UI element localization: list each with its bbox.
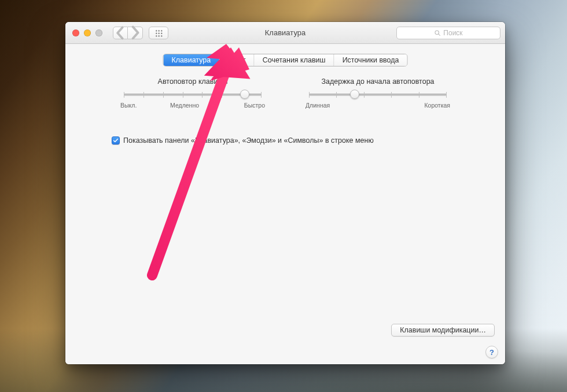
forward-button[interactable]: [128, 27, 143, 39]
search-icon: [434, 29, 441, 36]
modifier-keys-button[interactable]: Клавиши модификации…: [391, 324, 495, 336]
chevron-left-icon: [113, 26, 127, 40]
chevron-right-icon: [128, 25, 142, 40]
delay-knob[interactable]: [350, 90, 359, 99]
key-repeat-group: Автоповтор клавиши Выкл. Медленно Быстро: [120, 77, 265, 109]
delay-max: Короткая: [424, 102, 450, 109]
key-repeat-endlabels: Выкл. Медленно Быстро: [120, 102, 265, 109]
slider-ticks: [309, 92, 447, 98]
key-repeat-mid: Медленно: [170, 102, 199, 109]
delay-min: Длинная: [305, 102, 330, 109]
delay-endlabels: Длинная Короткая: [305, 102, 450, 109]
show-panels-checkbox[interactable]: [112, 136, 120, 145]
tab-keyboard[interactable]: Клавиатура: [163, 54, 219, 66]
window-titlebar: Клавиатура Поиск: [65, 22, 505, 44]
key-repeat-knob[interactable]: [240, 90, 249, 99]
tab-shortcuts[interactable]: Сочетания клавиш: [255, 54, 334, 66]
grid-icon: [154, 29, 163, 37]
tab-input-sources[interactable]: Источники ввода: [334, 54, 407, 66]
minimize-button[interactable]: [84, 29, 91, 36]
checkmark-icon: [113, 138, 119, 143]
sliders-row: Автоповтор клавиши Выкл. Медленно Быстро…: [65, 77, 505, 109]
key-repeat-slider[interactable]: [124, 94, 262, 96]
delay-slider[interactable]: [309, 94, 447, 96]
search-placeholder: Поиск: [443, 29, 462, 37]
key-repeat-min: Выкл.: [120, 102, 137, 109]
delay-label: Задержка до начала автоповтора: [305, 77, 450, 86]
help-icon: ?: [489, 348, 494, 357]
tab-bar: Клавиатура Текст Сочетания клавиш Источн…: [163, 54, 407, 66]
close-button[interactable]: [72, 29, 79, 36]
window-content: Клавиатура Текст Сочетания клавиш Источн…: [65, 44, 505, 364]
search-field[interactable]: Поиск: [396, 27, 500, 39]
key-repeat-label: Автоповтор клавиши: [120, 77, 265, 86]
tab-text[interactable]: Текст: [219, 54, 254, 66]
nav-buttons: [113, 27, 143, 39]
show-panels-row: Показывать панели «Клавиатура», «Эмодзи»…: [112, 136, 374, 145]
preferences-window: Клавиатура Поиск Клавиатура Текст Сочета…: [65, 22, 505, 364]
traffic-lights: [72, 29, 102, 36]
show-panels-label: Показывать панели «Клавиатура», «Эмодзи»…: [123, 136, 374, 145]
zoom-button[interactable]: [95, 29, 102, 36]
delay-group: Задержка до начала автоповтора Длинная К…: [305, 77, 450, 109]
svg-line-1: [439, 34, 440, 35]
key-repeat-max: Быстро: [244, 102, 265, 109]
help-button[interactable]: ?: [485, 346, 498, 358]
show-all-button[interactable]: [149, 27, 168, 39]
back-button[interactable]: [113, 27, 128, 39]
